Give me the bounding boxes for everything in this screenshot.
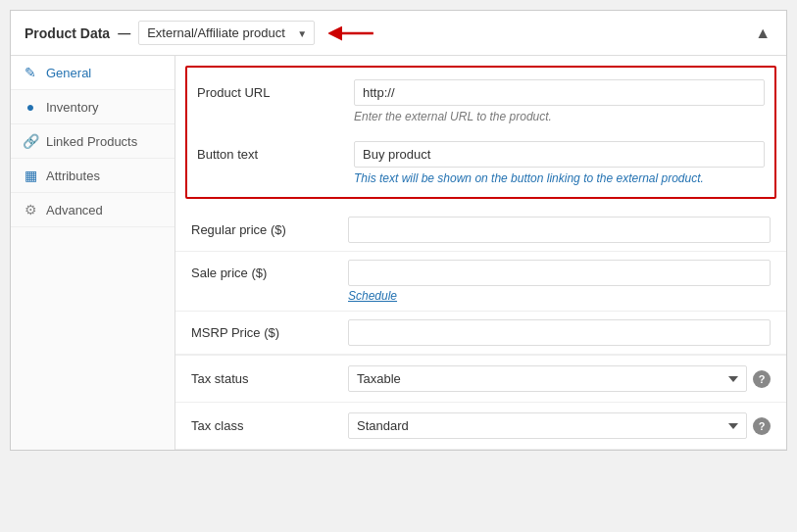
msrp-price-input-wrap [348, 319, 771, 346]
product-type-wrapper: Simple product Variable product Grouped … [138, 21, 315, 45]
tax-class-select-group: Standard Reduced rate Zero rate ? [348, 412, 771, 439]
regular-price-input-wrap [348, 217, 771, 243]
red-arrow-icon [328, 24, 377, 43]
attributes-icon: ▦ [23, 168, 38, 183]
tax-class-label: Tax class [191, 418, 348, 433]
button-text-hint: This text will be shown on the button li… [354, 171, 765, 185]
main-content: Product URL Enter the external URL to th… [175, 56, 786, 450]
button-text-row: Button text This text will be shown on t… [197, 135, 765, 191]
product-url-input[interactable] [354, 79, 765, 106]
tax-status-help-icon[interactable]: ? [753, 370, 771, 388]
button-text-input-wrap: This text will be shown on the button li… [354, 141, 765, 185]
schedule-link[interactable]: Schedule [348, 289, 771, 303]
sidebar: ✎ General ● Inventory 🔗 Linked Products … [11, 56, 175, 450]
product-data-title: Product Data [25, 25, 110, 41]
sidebar-item-inventory[interactable]: ● Inventory [11, 90, 174, 124]
collapse-button[interactable]: ▲ [749, 23, 776, 44]
sale-price-row: Sale price ($) Schedule [175, 252, 786, 312]
sidebar-item-inventory-label: Inventory [46, 100, 98, 115]
linked-products-icon: 🔗 [23, 133, 38, 149]
tax-class-select[interactable]: Standard Reduced rate Zero rate [348, 412, 747, 439]
sidebar-item-linked-products[interactable]: 🔗 Linked Products [11, 124, 174, 159]
product-url-row: Product URL Enter the external URL to th… [197, 73, 765, 129]
schedule-link-wrap: Schedule [348, 289, 771, 303]
sale-price-input-wrap [348, 260, 771, 286]
product-url-label: Product URL [197, 79, 354, 100]
general-icon: ✎ [23, 65, 38, 80]
tax-class-help-icon[interactable]: ? [753, 417, 771, 435]
product-data-header: Product Data — Simple product Variable p… [11, 11, 786, 56]
msrp-price-label: MSRP Price ($) [191, 325, 348, 340]
highlighted-section: Product URL Enter the external URL to th… [185, 66, 776, 199]
product-data-panel: Product Data — Simple product Variable p… [10, 10, 787, 451]
sidebar-item-linked-products-label: Linked Products [46, 134, 137, 149]
sale-price-inner: Sale price ($) [191, 260, 771, 286]
button-text-label: Button text [197, 141, 354, 162]
sale-price-label: Sale price ($) [191, 266, 348, 280]
msrp-price-row: MSRP Price ($) [175, 312, 786, 355]
product-type-select[interactable]: Simple product Variable product Grouped … [138, 21, 315, 45]
tax-status-select[interactable]: Taxable Shipping only None [348, 365, 747, 392]
regular-price-label: Regular price ($) [191, 222, 348, 237]
msrp-price-input[interactable] [348, 319, 771, 346]
tax-class-row: Tax class Standard Reduced rate Zero rat… [175, 403, 786, 450]
sale-price-input[interactable] [348, 260, 771, 286]
tax-status-label: Tax status [191, 371, 348, 386]
tax-status-select-wrap: Taxable Shipping only None ? [348, 365, 771, 392]
arrow-indicator [328, 24, 377, 43]
regular-price-row: Regular price ($) [175, 209, 786, 252]
tax-class-select-wrap: Standard Reduced rate Zero rate ? [348, 412, 771, 439]
sidebar-item-general-label: General [46, 66, 91, 80]
tax-status-row: Tax status Taxable Shipping only None ? [175, 355, 786, 403]
sidebar-item-general[interactable]: ✎ General [11, 56, 174, 90]
regular-price-input[interactable] [348, 217, 771, 243]
advanced-icon: ⚙ [23, 202, 38, 218]
product-data-body: ✎ General ● Inventory 🔗 Linked Products … [11, 56, 786, 450]
button-text-input[interactable] [354, 141, 765, 168]
sidebar-item-attributes[interactable]: ▦ Attributes [11, 159, 174, 193]
product-url-input-wrap: Enter the external URL to the product. [354, 79, 765, 123]
tax-status-select-group: Taxable Shipping only None ? [348, 365, 771, 392]
inventory-icon: ● [23, 99, 38, 115]
sidebar-item-advanced[interactable]: ⚙ Advanced [11, 193, 174, 227]
product-url-hint: Enter the external URL to the product. [354, 110, 765, 123]
sidebar-item-attributes-label: Attributes [46, 169, 100, 183]
product-data-dash: — [118, 25, 130, 40]
sidebar-item-advanced-label: Advanced [46, 203, 103, 218]
